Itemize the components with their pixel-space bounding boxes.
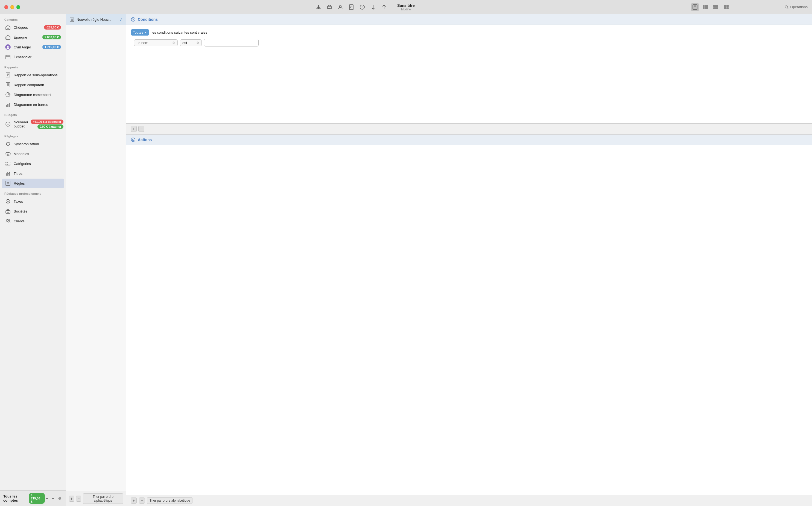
footer-left: Tous les comptes 1 715,00 € [3, 493, 45, 504]
titlebar-right: Opérations [785, 0, 808, 14]
bank2-icon [5, 34, 11, 40]
footer-remove-btn[interactable]: − [51, 496, 55, 501]
print-icon[interactable] [326, 3, 333, 11]
sidebar: Comptes Chèques -285,00 € Épargne 2 000,… [0, 14, 66, 506]
bank-icon [5, 24, 11, 30]
svg-point-67 [8, 220, 10, 221]
sidebar-item-diagramme-cam[interactable]: Diagramme camembert [2, 90, 64, 99]
svg-point-11 [694, 7, 694, 8]
societes-icon [5, 208, 11, 214]
operator-select[interactable]: est [180, 39, 202, 46]
conditions-remove-btn[interactable]: − [138, 126, 144, 132]
sidebar-item-societes[interactable]: Sociétés [2, 206, 64, 216]
field-name-select[interactable]: Le nom [134, 39, 178, 46]
layout2-icon[interactable] [712, 3, 720, 11]
sort-alphabetical-btn[interactable]: Trier par ordre alphabétique [83, 493, 123, 504]
detail-add-btn[interactable]: + [131, 498, 137, 504]
money-icon[interactable]: € [359, 3, 366, 11]
svg-rect-32 [9, 37, 9, 39]
monnaies-icon [5, 151, 11, 157]
detail-footer: + − Trier par ordre alphabétique [126, 495, 812, 506]
all-accounts-label: Tous les comptes [3, 494, 28, 502]
sidebar-item-epargne[interactable]: Épargne 2 000,00 € [2, 32, 64, 42]
calculator-icon[interactable] [691, 3, 699, 11]
svg-point-12 [695, 7, 695, 8]
rules-add-btn[interactable]: + [69, 496, 74, 502]
layout3-icon[interactable] [722, 3, 730, 11]
sidebar-item-synchronisation[interactable]: Synchronisation [2, 139, 64, 149]
condition-text: les conditions suivantes sont vraies [151, 30, 207, 34]
conditions-add-btn[interactable]: + [131, 126, 137, 132]
sidebar-section-pro: Réglages professionnels [0, 188, 66, 196]
svg-rect-1 [328, 8, 330, 8]
sidebar-item-cyril[interactable]: Cyril Anger 1 715,00 € [2, 43, 64, 52]
sidebar-item-budget[interactable]: Nouveau budget 461,00 € à dépenser 0,00 … [2, 118, 64, 131]
svg-point-14 [694, 8, 694, 9]
budget-badge2: 0,00 € à gagner [37, 124, 64, 129]
all-label: Toutes [133, 30, 143, 34]
svg-rect-34 [6, 55, 10, 59]
sidebar-item-diagramme-bar[interactable]: Diagramme en barres [2, 100, 64, 109]
sidebar-item-clients[interactable]: Clients [2, 216, 64, 226]
maximize-button[interactable] [16, 5, 20, 9]
download-icon[interactable] [315, 3, 322, 11]
all-conditions-select[interactable]: Toutes [131, 29, 149, 35]
operator-label: est [182, 41, 187, 45]
rule-item[interactable]: Nouvelle règle Nouv... ✓ [66, 14, 126, 25]
report2-icon [5, 82, 11, 88]
diagramme-bar-label: Diagramme en barres [14, 102, 61, 107]
svg-text:€: € [362, 6, 363, 9]
svg-rect-22 [726, 5, 729, 7]
document-icon[interactable] [347, 3, 355, 11]
sidebar-section-budgets: Budgets [0, 109, 66, 117]
arrow-down-icon[interactable] [369, 3, 377, 11]
epargne-label: Épargne [14, 35, 40, 39]
close-button[interactable] [4, 5, 8, 9]
sidebar-item-rapport-sous[interactable]: Rapport de sous-opérations [2, 70, 64, 80]
person-icon[interactable] [336, 3, 344, 11]
minimize-button[interactable] [10, 5, 14, 9]
sidebar-item-taxes[interactable]: % Taxes [2, 197, 64, 206]
search-bar[interactable]: Opérations [785, 5, 808, 9]
layout-icons [691, 3, 730, 11]
sidebar-footer: Tous les comptes 1 715,00 € + − ⚙ [0, 490, 66, 506]
svg-rect-27 [7, 28, 8, 29]
actions-icon [131, 137, 135, 142]
svg-rect-64 [7, 212, 8, 213]
app-title: Sans titre [397, 3, 415, 8]
sidebar-item-echeancier[interactable]: Échéancier [2, 52, 64, 62]
arrow-up-icon[interactable] [380, 3, 388, 11]
rules-remove-btn[interactable]: − [76, 496, 82, 502]
svg-rect-21 [724, 5, 726, 9]
layout1-icon[interactable] [702, 3, 709, 11]
sidebar-item-rapport-comp[interactable]: Rapport comparatif [2, 80, 64, 89]
taxes-label: Taxes [14, 199, 61, 203]
window-controls [4, 5, 20, 9]
sidebar-item-monnaies[interactable]: Monnaies [2, 149, 64, 158]
sidebar-item-categories[interactable]: Catégories [2, 159, 64, 168]
regles-label: Règles [14, 181, 61, 185]
budget-label: Nouveau budget [14, 120, 28, 128]
sidebar-item-titres[interactable]: Titres [2, 169, 64, 178]
detail-remove-btn[interactable]: − [139, 498, 145, 504]
rule-check-icon: ✓ [119, 17, 123, 22]
actions-body [126, 145, 812, 495]
svg-rect-48 [7, 104, 8, 107]
sidebar-item-regles[interactable]: Règles [2, 179, 64, 188]
actions-sort-btn[interactable]: Trier par ordre alphabétique [147, 497, 193, 504]
sidebar-section-rapports: Rapports [0, 62, 66, 70]
footer-add-btn[interactable]: + [45, 496, 49, 501]
titres-label: Titres [14, 171, 61, 176]
sidebar-item-cheques[interactable]: Chèques -285,00 € [2, 23, 64, 32]
detail-panel: Conditions Toutes les conditions suivant… [126, 14, 812, 506]
categories-icon [5, 161, 11, 167]
field-name-label: Le nom [136, 41, 148, 45]
rules-list: Nouvelle règle Nouv... ✓ [66, 14, 126, 491]
value-field[interactable] [204, 39, 259, 47]
svg-point-33 [7, 46, 9, 47]
svg-rect-20 [713, 7, 718, 9]
footer-settings-btn[interactable]: ⚙ [57, 496, 63, 501]
main-content: Comptes Chèques -285,00 € Épargne 2 000,… [0, 14, 812, 506]
titlebar: Sans titre Modifié € [0, 0, 812, 14]
societes-label: Sociétés [14, 209, 61, 213]
